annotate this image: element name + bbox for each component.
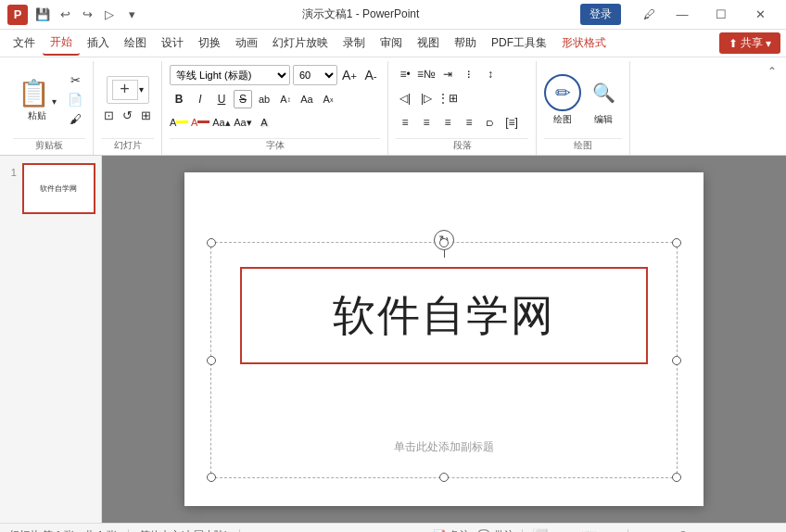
text-direction-v-button[interactable]: ⫐ (481, 113, 500, 132)
handle-bot-left[interactable] (207, 473, 216, 482)
menu-pdf-tools[interactable]: PDF工具集 (484, 32, 554, 55)
font-content: 等线 Light (标题) 60 A+ A- B I U S ab A↕ Aa … (170, 61, 380, 138)
menu-file[interactable]: 文件 (6, 32, 43, 55)
bullet-list-button[interactable]: ≡• (396, 65, 414, 83)
menu-record[interactable]: 录制 (336, 32, 373, 55)
font-color-button[interactable]: A (191, 113, 209, 132)
slide-sorter-button[interactable]: ⊞ (557, 526, 572, 533)
column-button[interactable]: ⫶ (460, 65, 478, 83)
handle-top-right[interactable] (672, 238, 681, 247)
increase-font-button[interactable]: A+ (340, 66, 359, 84)
indent-more-button[interactable]: |▷ (417, 89, 436, 108)
format-painter-button[interactable]: 🖌 (65, 110, 85, 128)
present-icon[interactable]: ▷ (100, 6, 119, 24)
slide-reset-btn[interactable]: ↺ (120, 107, 135, 124)
underline-button[interactable]: U (212, 90, 231, 108)
slide-thumbnail-1[interactable]: 软件自学网 (22, 163, 95, 214)
handle-mid-right[interactable] (672, 356, 681, 365)
comments-button[interactable]: 💬 批注 (477, 528, 514, 532)
numbered-list-button[interactable]: ≡№ (417, 65, 436, 83)
new-slide-button[interactable]: + ▾ (107, 76, 149, 104)
menu-insert[interactable]: 插入 (80, 32, 117, 55)
menu-design[interactable]: 设计 (154, 32, 191, 55)
find-button[interactable]: 🔍 (585, 74, 622, 111)
bold-button[interactable]: B (170, 90, 188, 108)
paste-button[interactable]: 📋 ▾ (13, 78, 61, 109)
notes-button[interactable]: 📝 备注 (433, 528, 470, 532)
paste-dropdown-icon[interactable]: ▾ (52, 96, 57, 107)
align-justify-button[interactable]: ≡ (460, 113, 478, 132)
align-center-button[interactable]: ≡ (417, 113, 436, 132)
title-bar: P 💾 ↩ ↪ ▷ ▾ 演示文稿1 - PowerPoint 登录 🖊 — ☐ … (0, 0, 786, 30)
new-slide-dropdown-icon[interactable]: ▾ (139, 84, 144, 95)
fit-slide-button[interactable]: ⤢ (766, 528, 777, 533)
ribbon-group-font: 等线 Light (标题) 60 A+ A- B I U S ab A↕ Aa … (162, 61, 388, 155)
present-view-button[interactable]: ▷ (606, 526, 620, 533)
font-size-down-button[interactable]: Aa▾ (234, 113, 252, 132)
ribbon-collapse-button[interactable]: ⌃ (764, 65, 780, 78)
menu-slideshow[interactable]: 幻灯片放映 (265, 32, 336, 55)
convert-to-smartart-button[interactable]: [≡] (502, 113, 521, 132)
redo-icon[interactable]: ↪ (78, 6, 96, 24)
indent-less-button[interactable]: ◁| (396, 89, 414, 108)
font-size-select[interactable]: 60 (293, 65, 337, 85)
zoom-out-button[interactable]: − (636, 528, 643, 533)
slide-section-btn[interactable]: ⊞ (138, 107, 154, 124)
draw-button[interactable]: ✏ (544, 74, 581, 111)
handle-bot-mid[interactable] (439, 473, 449, 482)
maximize-button[interactable]: ☐ (703, 2, 740, 28)
align-right-button[interactable]: ≡ (438, 113, 457, 132)
text-direction-button[interactable]: A↕ (276, 90, 295, 108)
align-left-button[interactable]: ≡ (396, 113, 414, 132)
menu-shape-format[interactable]: 形状格式 (554, 32, 614, 55)
menu-review[interactable]: 审阅 (373, 32, 410, 55)
rotate-handle-area: ↻ (434, 230, 454, 258)
slide-canvas[interactable]: ↻ 软件自学网 单击此处添加副标题 (184, 172, 704, 506)
strikethrough-button[interactable]: S (234, 90, 252, 108)
highlight-color-button[interactable]: A (170, 113, 188, 132)
font-size-up-button[interactable]: Aa▴ (212, 113, 231, 132)
login-button[interactable]: 登录 (580, 4, 621, 25)
zoom-in-button[interactable]: + (725, 528, 732, 533)
smartart-button[interactable]: ⋮⊞ (438, 89, 457, 108)
undo-icon[interactable]: ↩ (56, 6, 74, 24)
save-icon[interactable]: 💾 (33, 6, 52, 24)
customize-icon[interactable]: 🖊 (640, 6, 658, 24)
paste-label: 粘贴 (28, 109, 46, 122)
rotate-handle[interactable]: ↻ (434, 230, 454, 250)
italic-button[interactable]: I (191, 90, 209, 108)
menu-transitions[interactable]: 切换 (191, 32, 228, 55)
clear-format-button[interactable]: Ax (319, 90, 337, 108)
copy-button[interactable]: 📄 (65, 91, 85, 108)
subtitle-placeholder[interactable]: 单击此处添加副标题 (240, 439, 648, 455)
decrease-font-button[interactable]: A- (361, 66, 380, 84)
handle-mid-left[interactable] (207, 356, 216, 365)
new-slide-icon: + (112, 80, 138, 100)
handle-bot-right[interactable] (672, 473, 681, 482)
menu-bar: 文件 开始 插入 绘图 设计 切换 动画 幻灯片放映 录制 审阅 视图 帮助 P… (0, 30, 786, 57)
convert-case-button[interactable]: Aa (298, 90, 316, 108)
menu-view[interactable]: 视图 (410, 32, 447, 55)
text-shadow-button[interactable]: A (255, 113, 273, 132)
menu-home[interactable]: 开始 (43, 31, 80, 56)
paragraph-indent-row: ◁| |▷ ⋮⊞ (396, 89, 457, 108)
share-button[interactable]: ⬆ 共享 ▾ (719, 32, 780, 54)
cut-button[interactable]: ✂ (65, 71, 85, 89)
title-text: 软件自学网 (333, 287, 555, 345)
menu-help[interactable]: 帮助 (447, 32, 484, 55)
indent-right-button[interactable]: ⇥ (438, 65, 457, 83)
menu-animations[interactable]: 动画 (228, 32, 265, 55)
line-spacing-button[interactable]: ↕ (481, 65, 500, 83)
normal-view-button[interactable]: ⬜ (530, 526, 550, 533)
more-icon[interactable]: ▾ (122, 6, 141, 24)
clipboard-label: 剪贴板 (13, 138, 85, 155)
reading-view-button[interactable]: 📖 (579, 526, 599, 533)
font-name-select[interactable]: 等线 Light (标题) (170, 65, 290, 85)
close-button[interactable]: ✕ (742, 2, 779, 28)
menu-draw[interactable]: 绘图 (117, 32, 154, 55)
slide-layout-btn[interactable]: ⊡ (101, 107, 117, 124)
minimize-button[interactable]: — (664, 2, 701, 28)
char-spacing-button[interactable]: ab (255, 90, 273, 108)
title-textbox[interactable]: 软件自学网 (240, 267, 648, 364)
handle-top-left[interactable] (207, 238, 216, 247)
